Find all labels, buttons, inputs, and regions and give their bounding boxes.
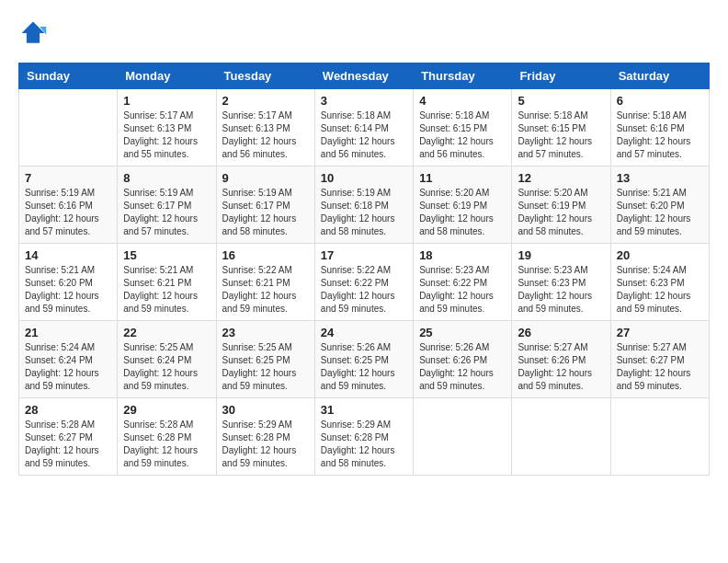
day-number: 14: [25, 248, 111, 262]
day-number: 16: [222, 248, 309, 262]
calendar-cell: 14Sunrise: 5:21 AM Sunset: 6:20 PM Dayli…: [19, 244, 118, 321]
day-info: Sunrise: 5:25 AM Sunset: 6:25 PM Dayligh…: [222, 341, 309, 393]
calendar-cell: 22Sunrise: 5:25 AM Sunset: 6:24 PM Dayli…: [118, 321, 216, 398]
day-number: 22: [123, 326, 210, 339]
calendar-cell: 25Sunrise: 5:26 AM Sunset: 6:26 PM Dayli…: [414, 321, 512, 398]
day-info: Sunrise: 5:21 AM Sunset: 6:20 PM Dayligh…: [25, 264, 111, 316]
calendar-cell: 6Sunrise: 5:18 AM Sunset: 6:16 PM Daylig…: [610, 89, 709, 167]
calendar-cell: 12Sunrise: 5:20 AM Sunset: 6:19 PM Dayli…: [512, 167, 610, 244]
calendar-week-row: 28Sunrise: 5:28 AM Sunset: 6:27 PM Dayli…: [19, 398, 710, 476]
day-number: 8: [123, 171, 210, 185]
day-number: 4: [419, 94, 506, 108]
day-number: 28: [25, 403, 111, 417]
calendar-cell: 8Sunrise: 5:19 AM Sunset: 6:17 PM Daylig…: [118, 167, 216, 244]
day-info: Sunrise: 5:17 AM Sunset: 6:13 PM Dayligh…: [123, 109, 210, 161]
column-header-sunday: Sunday: [19, 63, 118, 89]
day-number: 2: [222, 94, 309, 108]
calendar-header-row: SundayMondayTuesdayWednesdayThursdayFrid…: [19, 63, 710, 89]
logo-icon: [18, 18, 48, 48]
day-info: Sunrise: 5:26 AM Sunset: 6:25 PM Dayligh…: [321, 341, 407, 393]
day-number: 24: [321, 326, 407, 339]
calendar-cell: 28Sunrise: 5:28 AM Sunset: 6:27 PM Dayli…: [19, 398, 118, 476]
calendar-cell: 4Sunrise: 5:18 AM Sunset: 6:15 PM Daylig…: [414, 89, 512, 167]
day-info: Sunrise: 5:18 AM Sunset: 6:15 PM Dayligh…: [518, 109, 604, 161]
calendar-week-row: 14Sunrise: 5:21 AM Sunset: 6:20 PM Dayli…: [19, 244, 710, 321]
day-number: 18: [419, 248, 506, 262]
day-number: 19: [518, 248, 604, 262]
calendar-cell: [610, 398, 709, 476]
day-info: Sunrise: 5:26 AM Sunset: 6:26 PM Dayligh…: [419, 341, 506, 393]
calendar-cell: 23Sunrise: 5:25 AM Sunset: 6:25 PM Dayli…: [216, 321, 314, 398]
calendar-cell: 31Sunrise: 5:29 AM Sunset: 6:28 PM Dayli…: [314, 398, 413, 476]
calendar-week-row: 1Sunrise: 5:17 AM Sunset: 6:13 PM Daylig…: [19, 89, 710, 167]
calendar-week-row: 7Sunrise: 5:19 AM Sunset: 6:16 PM Daylig…: [19, 167, 710, 244]
column-header-tuesday: Tuesday: [216, 63, 314, 89]
day-info: Sunrise: 5:28 AM Sunset: 6:28 PM Dayligh…: [123, 419, 210, 470]
day-info: Sunrise: 5:18 AM Sunset: 6:15 PM Dayligh…: [419, 109, 506, 161]
calendar-cell: 30Sunrise: 5:29 AM Sunset: 6:28 PM Dayli…: [216, 398, 314, 476]
day-info: Sunrise: 5:29 AM Sunset: 6:28 PM Dayligh…: [321, 419, 407, 470]
day-number: 23: [222, 326, 309, 339]
day-number: 25: [419, 326, 506, 339]
day-number: 13: [617, 171, 703, 185]
page-header: [18, 18, 710, 48]
day-info: Sunrise: 5:18 AM Sunset: 6:14 PM Dayligh…: [321, 109, 407, 161]
calendar-cell: 9Sunrise: 5:19 AM Sunset: 6:17 PM Daylig…: [216, 167, 314, 244]
day-number: 15: [123, 248, 210, 262]
day-info: Sunrise: 5:19 AM Sunset: 6:18 PM Dayligh…: [321, 187, 407, 238]
calendar-cell: 16Sunrise: 5:22 AM Sunset: 6:21 PM Dayli…: [216, 244, 314, 321]
day-number: 11: [419, 171, 506, 185]
day-info: Sunrise: 5:28 AM Sunset: 6:27 PM Dayligh…: [25, 419, 111, 470]
calendar-cell: 17Sunrise: 5:22 AM Sunset: 6:22 PM Dayli…: [314, 244, 413, 321]
day-info: Sunrise: 5:19 AM Sunset: 6:17 PM Dayligh…: [123, 187, 210, 238]
logo: [18, 18, 53, 48]
day-number: 5: [518, 94, 604, 108]
day-info: Sunrise: 5:27 AM Sunset: 6:27 PM Dayligh…: [617, 341, 703, 393]
day-number: 12: [518, 171, 604, 185]
day-number: 30: [222, 403, 309, 417]
calendar-cell: [512, 398, 610, 476]
day-info: Sunrise: 5:20 AM Sunset: 6:19 PM Dayligh…: [518, 187, 604, 238]
calendar-cell: 15Sunrise: 5:21 AM Sunset: 6:21 PM Dayli…: [118, 244, 216, 321]
calendar-cell: 26Sunrise: 5:27 AM Sunset: 6:26 PM Dayli…: [512, 321, 610, 398]
calendar-cell: 27Sunrise: 5:27 AM Sunset: 6:27 PM Dayli…: [610, 321, 709, 398]
calendar-cell: 21Sunrise: 5:24 AM Sunset: 6:24 PM Dayli…: [19, 321, 118, 398]
calendar-cell: 18Sunrise: 5:23 AM Sunset: 6:22 PM Dayli…: [414, 244, 512, 321]
day-number: 3: [321, 94, 407, 108]
calendar-cell: 3Sunrise: 5:18 AM Sunset: 6:14 PM Daylig…: [314, 89, 413, 167]
calendar-cell: 24Sunrise: 5:26 AM Sunset: 6:25 PM Dayli…: [314, 321, 413, 398]
column-header-saturday: Saturday: [610, 63, 709, 89]
day-info: Sunrise: 5:17 AM Sunset: 6:13 PM Dayligh…: [222, 109, 309, 161]
day-info: Sunrise: 5:21 AM Sunset: 6:20 PM Dayligh…: [617, 187, 703, 238]
day-info: Sunrise: 5:25 AM Sunset: 6:24 PM Dayligh…: [123, 341, 210, 393]
day-info: Sunrise: 5:22 AM Sunset: 6:22 PM Dayligh…: [321, 264, 407, 316]
column-header-thursday: Thursday: [414, 63, 512, 89]
calendar-cell: 19Sunrise: 5:23 AM Sunset: 6:23 PM Dayli…: [512, 244, 610, 321]
day-number: 26: [518, 326, 604, 339]
column-header-friday: Friday: [512, 63, 610, 89]
day-number: 31: [321, 403, 407, 417]
day-info: Sunrise: 5:24 AM Sunset: 6:24 PM Dayligh…: [25, 341, 111, 393]
calendar-week-row: 21Sunrise: 5:24 AM Sunset: 6:24 PM Dayli…: [19, 321, 710, 398]
calendar-cell: 29Sunrise: 5:28 AM Sunset: 6:28 PM Dayli…: [118, 398, 216, 476]
calendar-cell: 11Sunrise: 5:20 AM Sunset: 6:19 PM Dayli…: [414, 167, 512, 244]
day-info: Sunrise: 5:20 AM Sunset: 6:19 PM Dayligh…: [419, 187, 506, 238]
day-info: Sunrise: 5:19 AM Sunset: 6:16 PM Dayligh…: [25, 187, 111, 238]
day-info: Sunrise: 5:23 AM Sunset: 6:23 PM Dayligh…: [518, 264, 604, 316]
day-number: 6: [617, 94, 703, 108]
day-info: Sunrise: 5:29 AM Sunset: 6:28 PM Dayligh…: [222, 419, 309, 470]
day-info: Sunrise: 5:21 AM Sunset: 6:21 PM Dayligh…: [123, 264, 210, 316]
day-info: Sunrise: 5:22 AM Sunset: 6:21 PM Dayligh…: [222, 264, 309, 316]
day-number: 17: [321, 248, 407, 262]
calendar-cell: 5Sunrise: 5:18 AM Sunset: 6:15 PM Daylig…: [512, 89, 610, 167]
day-info: Sunrise: 5:27 AM Sunset: 6:26 PM Dayligh…: [518, 341, 604, 393]
day-info: Sunrise: 5:23 AM Sunset: 6:22 PM Dayligh…: [419, 264, 506, 316]
day-number: 9: [222, 171, 309, 185]
calendar-cell: 10Sunrise: 5:19 AM Sunset: 6:18 PM Dayli…: [314, 167, 413, 244]
day-number: 20: [617, 248, 703, 262]
calendar-cell: 13Sunrise: 5:21 AM Sunset: 6:20 PM Dayli…: [610, 167, 709, 244]
calendar-table: SundayMondayTuesdayWednesdayThursdayFrid…: [18, 63, 710, 476]
day-info: Sunrise: 5:24 AM Sunset: 6:23 PM Dayligh…: [617, 264, 703, 316]
day-number: 7: [25, 171, 111, 185]
day-number: 29: [123, 403, 210, 417]
